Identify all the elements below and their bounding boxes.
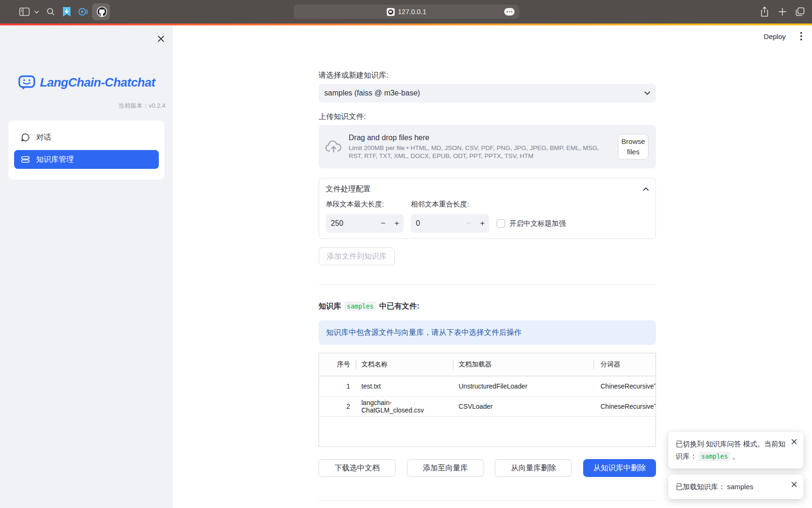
toast-text-suffix: 。 <box>732 452 739 460</box>
nav-item-label: 对话 <box>36 133 51 143</box>
add-files-button[interactable]: 添加文件到知识库 <box>319 247 395 265</box>
heading-prefix: 知识库 <box>319 302 341 311</box>
cell-docname: test.txt <box>356 382 453 390</box>
col-header-splitter[interactable]: 分词器 <box>593 353 656 376</box>
logo-text: LangChain-Chatchat <box>40 75 155 90</box>
chat-bubble-icon <box>21 133 30 142</box>
file-dropzone[interactable]: Drag and drop files here Limit 200MB per… <box>319 125 656 168</box>
github-tab-icon[interactable] <box>93 0 111 24</box>
share-icon[interactable] <box>757 0 772 24</box>
kb-select-label: 请选择或新建知识库: <box>319 71 656 81</box>
col-header-docname[interactable]: 文档名称 <box>356 353 453 376</box>
toast-kb-loaded: 已加载知识库： samples <box>668 475 804 499</box>
heading-suffix: 中已有文件: <box>379 302 419 311</box>
overlap-value: 0 <box>411 219 462 228</box>
add-to-vector-store-button[interactable]: 添加至向量库 <box>407 459 484 477</box>
chunk-size-value: 250 <box>326 219 376 228</box>
kb-selectbox[interactable]: samples (faiss @ m3e-base) <box>319 84 656 103</box>
files-table: 序号 文档名称 文档加载器 分词器 1 test.txt Unstructure… <box>319 353 656 447</box>
dropzone-limit-text: Limit 200MB per file • HTML, MD, JSON, C… <box>349 144 611 160</box>
cell-loader: CSVLoader <box>453 403 593 410</box>
site-favicon <box>387 8 395 16</box>
kb-name-code: samples <box>344 302 376 311</box>
chunk-size-input[interactable]: 250 − + <box>326 214 404 233</box>
chevron-up-icon <box>643 187 649 191</box>
overlap-minus-button[interactable]: − <box>462 214 476 233</box>
overlap-plus-button[interactable]: + <box>476 214 489 233</box>
expander-header[interactable]: 文件处理配置 <box>319 178 656 200</box>
col-header-index[interactable]: 序号 <box>319 353 356 376</box>
divider <box>319 500 656 500</box>
delete-from-kb-button[interactable]: 从知识库中删除 <box>583 459 656 477</box>
dropzone-title: Drag and drop files here <box>349 134 611 142</box>
cell-splitter: ChineseRecursiveT <box>593 382 656 390</box>
download-selected-button[interactable]: 下载选中文档 <box>319 459 396 477</box>
toast-close-icon[interactable] <box>790 438 798 445</box>
table-row[interactable]: 1 test.txt UnstructuredFileLoader Chines… <box>319 376 656 397</box>
expander-title: 文件处理配置 <box>326 184 643 194</box>
cloud-upload-icon <box>325 140 342 154</box>
screen: 127.0.0.1 <box>0 0 812 508</box>
file-config-expander: 文件处理配置 单段文本最大长度: 250 − + <box>319 178 656 239</box>
app-logo: LangChain-Chatchat <box>0 73 173 91</box>
toast-text: 已切换到 知识库问答 模式。当前知识库： <box>676 440 785 460</box>
info-alert: 知识库中包含源文件与向量库，请从下表中选择文件后操作 <box>319 320 656 345</box>
sidebar: LangChain-Chatchat 当前版本：v0.2.4 对话 <box>0 25 173 508</box>
overlap-label: 相邻文本重合长度: <box>411 200 489 210</box>
cell-index: 2 <box>319 403 356 410</box>
chunk-size-label: 单段文本最大长度: <box>326 200 404 210</box>
cell-splitter: ChineseRecursiveT <box>593 403 656 410</box>
pinned-tab-download-icon[interactable] <box>60 0 73 24</box>
browse-files-button[interactable]: Browse files <box>618 134 648 159</box>
nav-item-chat[interactable]: 对话 <box>14 128 159 147</box>
uploader-label: 上传知识文件: <box>319 112 656 122</box>
chevron-down-icon <box>644 91 650 95</box>
pinned-tab-circle-icon[interactable] <box>76 0 89 24</box>
main-menu-kebab-icon[interactable] <box>797 30 805 42</box>
sidebar-toggle-icon[interactable] <box>18 0 31 24</box>
zh-title-checkbox[interactable] <box>497 219 505 228</box>
kb-selectbox-value: samples (faiss @ m3e-base) <box>324 89 644 97</box>
new-tab-icon[interactable] <box>775 0 789 24</box>
address-bar[interactable]: 127.0.0.1 <box>294 5 519 19</box>
browser-toolbar: 127.0.0.1 <box>0 0 812 24</box>
app-version: 当前版本：v0.2.4 <box>0 102 165 110</box>
table-header-row: 序号 文档名称 文档加载器 分词器 <box>319 353 656 376</box>
chunk-plus-button[interactable]: + <box>390 214 404 233</box>
sidebar-close-icon[interactable] <box>155 33 166 44</box>
cell-index: 1 <box>319 382 356 390</box>
kb-files-heading: 知识库 samples 中已有文件: <box>319 301 656 312</box>
sidebar-nav: 对话 知识库管理 <box>8 120 164 180</box>
chevron-down-icon[interactable] <box>33 0 40 24</box>
delete-from-vector-store-button[interactable]: 从向量库删除 <box>495 459 572 477</box>
nav-item-label: 知识库管理 <box>36 155 74 165</box>
toast-mode-switched: 已切换到 知识库问答 模式。当前知识库： samples 。 <box>668 432 804 468</box>
overlap-input[interactable]: 0 − + <box>411 214 489 233</box>
toast-text: 已加载知识库： samples <box>676 483 753 491</box>
zh-title-checkbox-label: 开启中文标题加强 <box>509 219 566 228</box>
logo-chat-icon <box>18 73 36 91</box>
cell-loader: UnstructuredFileLoader <box>453 382 593 390</box>
chunk-minus-button[interactable]: − <box>376 214 390 233</box>
toast-kb-code: samples <box>699 452 730 461</box>
address-bar-more-icon[interactable] <box>504 8 515 16</box>
list-icon <box>21 155 30 164</box>
url-text: 127.0.0.1 <box>398 8 426 16</box>
tab-overview-icon[interactable] <box>793 0 807 24</box>
table-actions: 下载选中文档 添加至向量库 从向量库删除 从知识库中删除 <box>319 459 656 477</box>
nav-item-knowledge-base[interactable]: 知识库管理 <box>14 150 159 169</box>
table-row[interactable]: 2 langchain-ChatGLM_closed.csv CSVLoader… <box>319 397 656 417</box>
cell-docname: langchain-ChatGLM_closed.csv <box>356 399 453 414</box>
search-icon[interactable] <box>44 0 57 24</box>
toast-close-icon[interactable] <box>790 481 798 488</box>
deploy-button[interactable]: Deploy <box>764 32 786 40</box>
col-header-loader[interactable]: 文档加载器 <box>453 353 593 376</box>
divider <box>319 284 656 285</box>
